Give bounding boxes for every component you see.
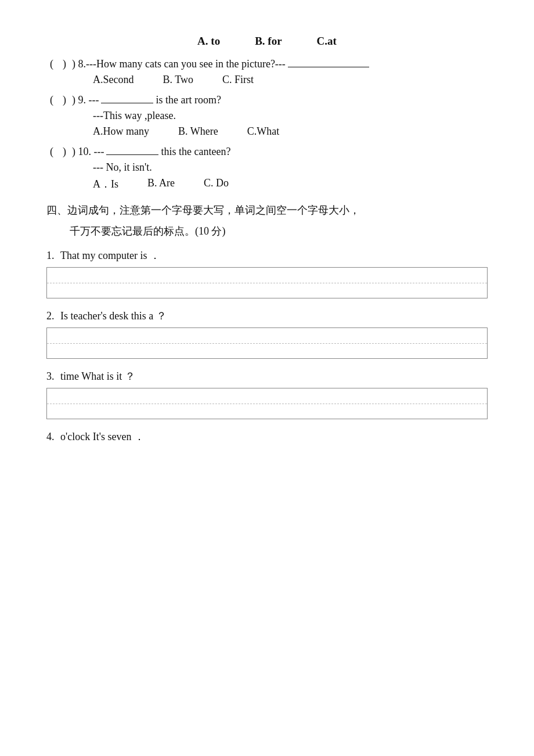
q9-paren-open: (: [46, 94, 57, 106]
q9-text-post: is the art room?: [156, 94, 221, 106]
section4-title: 四、边词成句，注意第一个字母要大写，单词之间空一个字母大小，: [46, 201, 488, 219]
q7-option-c: C.at: [317, 35, 337, 48]
q10-blank: [106, 154, 158, 155]
q8-text: ) 8.---How many cats can you see in the …: [72, 58, 286, 70]
q8-row: ( ) ) 8.---How many cats can you see in …: [46, 58, 488, 70]
q10-text-post: this the canteen?: [161, 146, 230, 158]
q8-option-a: A.Second: [93, 74, 134, 86]
wo3-answer-box[interactable]: [46, 388, 488, 419]
q9-blank: [101, 103, 153, 103]
wo1-question: 1. That my computer is ．: [46, 249, 488, 262]
q10-option-a: A．Is: [93, 177, 118, 191]
wo2-num: 2.: [46, 310, 55, 322]
wo3-words: time What is it ？: [60, 370, 135, 382]
word-order-2: 2. Is teacher's desk this a ？: [46, 309, 488, 359]
wo3-question: 3. time What is it ？: [46, 369, 488, 383]
q9-options: A.How many B. Where C.What: [93, 125, 488, 138]
q9-response: ---This way ,please.: [93, 110, 488, 122]
q9-row: ( ) ) 9. --- is the art room?: [46, 94, 488, 106]
q10-row: ( ) ) 10. --- this the canteen?: [46, 146, 488, 158]
q8-paren-open: (: [46, 58, 57, 70]
q10-option-b: B. Are: [147, 177, 175, 191]
q7-options: A. to B. for C.at: [46, 35, 488, 48]
wo2-words: Is teacher's desk this a ？: [60, 310, 167, 322]
q10-option-c: C. Do: [204, 177, 229, 191]
q10-response: --- No, it isn't.: [93, 161, 488, 174]
question-10: ( ) ) 10. --- this the canteen? --- No, …: [46, 146, 488, 191]
word-order-3: 3. time What is it ？: [46, 369, 488, 419]
q8-option-c: C. First: [222, 74, 254, 86]
q8-blank: [288, 67, 369, 67]
q9-text-pre: ) 9. ---: [72, 94, 99, 106]
wo4-question: 4. o'clock It's seven ．: [46, 430, 488, 444]
q7-option-b: B. for: [255, 35, 282, 48]
wo4-words: o'clock It's seven ．: [60, 431, 145, 442]
question-9: ( ) ) 9. --- is the art room? ---This wa…: [46, 94, 488, 138]
wo1-words: That my computer is ．: [60, 250, 160, 261]
wo3-num: 3.: [46, 370, 55, 382]
q9-option-c: C.What: [247, 125, 280, 138]
wo1-num: 1.: [46, 250, 55, 261]
q8-options: A.Second B. Two C. First: [93, 74, 488, 86]
q10-paren-open: (: [46, 146, 57, 158]
wo4-num: 4.: [46, 431, 55, 442]
q9-paren-close: ): [59, 94, 70, 106]
q10-paren-close: ): [59, 146, 70, 158]
q9-option-a: A.How many: [93, 125, 149, 138]
wo2-answer-box[interactable]: [46, 327, 488, 359]
word-order-1: 1. That my computer is ．: [46, 249, 488, 298]
wo2-question: 2. Is teacher's desk this a ？: [46, 309, 488, 323]
wo1-answer-box[interactable]: [46, 267, 488, 298]
q10-options: A．Is B. Are C. Do: [93, 177, 488, 191]
q9-option-b: B. Where: [178, 125, 218, 138]
q8-option-b: B. Two: [163, 74, 193, 86]
section4-subtitle: 千万不要忘记最后的标点。(10 分): [70, 224, 488, 238]
question-8: ( ) ) 8.---How many cats can you see in …: [46, 58, 488, 86]
word-order-4: 4. o'clock It's seven ．: [46, 430, 488, 444]
q7-option-a: A. to: [197, 35, 220, 48]
q8-paren-close: ): [59, 58, 70, 70]
q10-text-pre: ) 10. ---: [72, 146, 104, 158]
